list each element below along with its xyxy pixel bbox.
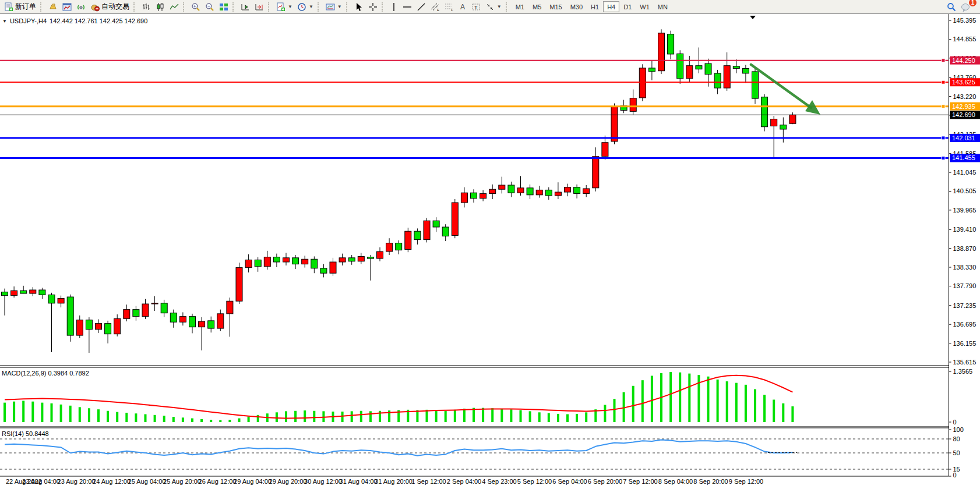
macd-histogram-bar [238, 419, 241, 422]
scroll-end-marker[interactable] [750, 16, 756, 19]
price-tick-label: 136.155 [953, 340, 977, 347]
toolbar-separator [232, 2, 237, 12]
price-tick-label: 141.045 [953, 169, 977, 176]
fibonacci-icon: F [445, 2, 454, 12]
hline-handle[interactable] [942, 105, 945, 108]
macd-histogram-bar [144, 414, 147, 422]
candle-body [189, 317, 196, 327]
horizontal-line-button[interactable] [400, 1, 414, 13]
chart-window-button[interactable] [60, 1, 74, 13]
chart-window-icon [62, 2, 72, 12]
candlestick-chart-button[interactable] [153, 1, 167, 13]
signal-icon [76, 2, 86, 12]
macd-histogram-bar [3, 403, 6, 422]
profiles-button[interactable]: ▼ [323, 1, 344, 13]
toolbar-separator [183, 2, 187, 12]
macd-histogram-bar [707, 377, 710, 422]
timeframe-button-M5[interactable]: M5 [528, 1, 545, 12]
candle-body [105, 324, 111, 334]
candle-body [527, 188, 533, 195]
timeframe-button-D1[interactable]: D1 [619, 1, 636, 12]
vertical-line-button[interactable] [387, 1, 400, 13]
timeframe-button-H4[interactable]: H4 [603, 1, 619, 12]
rsi-axis-label: 50 [953, 449, 960, 456]
market-watch-button[interactable] [46, 1, 60, 13]
candle-body [696, 66, 702, 69]
candle-body [386, 243, 393, 251]
tile-windows-button[interactable] [217, 1, 231, 13]
cursor-button[interactable] [352, 1, 366, 13]
candle-body [433, 221, 439, 227]
candle-body [320, 268, 327, 273]
auto-scroll-icon [255, 2, 264, 12]
candle-body [752, 72, 759, 98]
equidistant-channel-button[interactable]: E [428, 1, 442, 13]
candle-body [311, 259, 318, 268]
macd-histogram-bar [163, 416, 165, 422]
new-chart-button[interactable]: ▼ [274, 1, 295, 13]
candle-body [76, 320, 83, 335]
zoom-out-button[interactable] [203, 1, 217, 13]
candle-body [630, 98, 636, 112]
candle-body [602, 143, 608, 157]
hline-handle[interactable] [942, 59, 945, 62]
time-axis-label: 30 Aug 12:00 [304, 478, 342, 485]
macd-histogram-bar [445, 411, 447, 422]
macd-histogram-bar [669, 372, 672, 422]
candle-body [20, 290, 27, 293]
svg-text:F: F [451, 8, 453, 12]
macd-histogram-bar [294, 411, 297, 422]
vertical-line-icon [390, 2, 398, 12]
timeframe-button-H1[interactable]: H1 [587, 1, 603, 12]
timeframe-button-W1[interactable]: W1 [636, 1, 654, 12]
price-tick-label: 137.790 [953, 282, 977, 289]
chart-canvas[interactable]: 145.395144.855144.315143.760143.220142.6… [0, 14, 980, 489]
timeframe-button-M15[interactable]: M15 [545, 1, 566, 12]
hline-handle[interactable] [942, 80, 945, 84]
crosshair-button[interactable] [366, 1, 380, 13]
candle-body [151, 303, 158, 304]
timeframe-button-M1[interactable]: M1 [512, 1, 528, 12]
macd-histogram-bar [679, 373, 681, 422]
symbol-expand-icon[interactable]: ▼ [2, 19, 7, 24]
chevron-down-icon: ▼ [337, 4, 342, 9]
toolbar-separator [40, 2, 44, 12]
timeframe-button-M30[interactable]: M30 [566, 1, 587, 12]
macd-histogram-bar [51, 403, 53, 422]
arrows-button[interactable]: ▼ [483, 1, 504, 13]
candle-body [517, 188, 524, 193]
chart-window: 145.395144.855144.315143.760143.220142.6… [0, 14, 980, 489]
trend-arrow[interactable] [751, 65, 811, 108]
search-button[interactable] [944, 1, 958, 13]
macd-histogram-bar [69, 406, 72, 422]
fibonacci-button[interactable]: F [442, 1, 456, 13]
new-order-button[interactable]: 新订单 [2, 1, 38, 13]
hline-handle[interactable] [942, 156, 945, 160]
trend-arrow-head[interactable] [805, 100, 820, 115]
text-label-button[interactable]: T [469, 1, 483, 13]
text-button[interactable]: A [456, 1, 469, 13]
chart-shift-button[interactable] [238, 1, 252, 13]
timeframe-button-MN[interactable]: MN [654, 1, 672, 12]
chart-shift-icon [241, 2, 250, 12]
arrows-icon [485, 2, 495, 12]
macd-histogram-bar [538, 412, 541, 422]
zoom-in-button[interactable] [189, 1, 203, 13]
rsi-indicator-label: RSI(14) 50.8448 [2, 430, 49, 437]
text-icon: A [459, 2, 467, 12]
signals-button[interactable] [74, 1, 88, 13]
price-tag-label: 143.625 [952, 79, 975, 86]
periods-button[interactable]: ▼ [295, 1, 316, 13]
candle-body [292, 258, 299, 264]
candle-body [658, 33, 665, 71]
hline-handle[interactable] [942, 136, 945, 140]
line-chart-button[interactable] [167, 1, 181, 13]
auto-scroll-button[interactable] [252, 1, 266, 13]
candle-body [396, 243, 402, 250]
candle-body [574, 187, 580, 194]
bar-chart-button[interactable] [139, 1, 153, 13]
auto-trading-button[interactable]: 自动交易 [88, 1, 132, 13]
macd-histogram-bar [22, 401, 24, 422]
trendline-button[interactable] [414, 1, 428, 13]
macd-histogram-bar [632, 386, 634, 422]
